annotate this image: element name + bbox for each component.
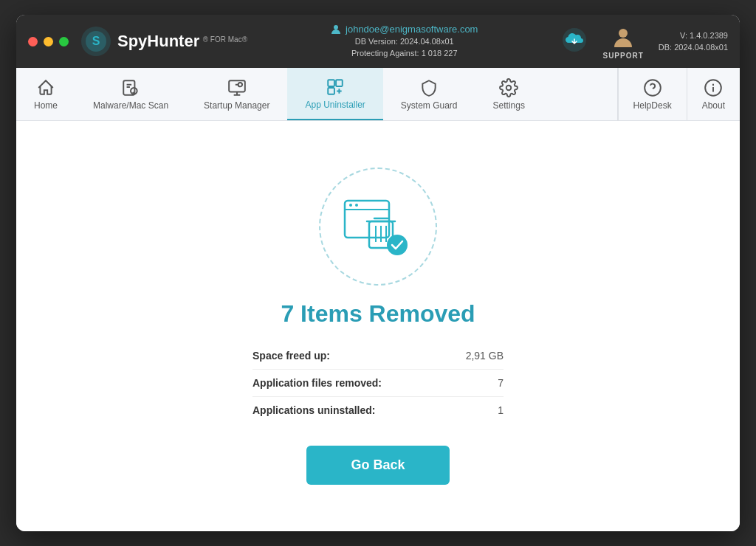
stat-label-apps: Applications uninstalled:: [252, 397, 447, 424]
stats-table: Space freed up: 2,91 GB Application file…: [252, 342, 504, 424]
db-version-label: DB Version: 2024.04.08x01: [355, 37, 454, 46]
svg-rect-14: [328, 80, 334, 86]
svg-point-3: [334, 25, 338, 30]
svg-rect-15: [336, 80, 343, 86]
nav-malware-scan[interactable]: Malware/Mac Scan: [75, 68, 186, 120]
svg-point-5: [619, 29, 628, 38]
nav-startup-label: Startup Manager: [204, 100, 269, 111]
svg-text:S: S: [92, 35, 100, 47]
stat-row-space: Space freed up: 2,91 GB: [252, 342, 504, 370]
uninstall-result-icon: [341, 193, 415, 260]
db-short-text: DB: 2024.04.08x01: [659, 41, 728, 54]
stat-row-apps: Applications uninstalled: 1: [252, 397, 504, 424]
user-icon: [331, 24, 341, 35]
nav-bar: Home Malware/Mac Scan Startup Manager: [16, 68, 740, 121]
title-bar: S SpyHunter ® FOR Mac® johndoe@enigmasof…: [16, 15, 740, 68]
close-button[interactable]: [28, 37, 38, 46]
title-center-info: johndoe@enigmasoftware.com DB Version: 2…: [331, 24, 478, 59]
svg-point-26: [355, 204, 358, 207]
result-title: 7 Items Removed: [281, 300, 475, 328]
title-right: SUPPORT V: 1.4.0.2389 DB: 2024.04.08x01: [561, 24, 728, 60]
support-icon: [610, 24, 636, 50]
logo-text: SpyHunter ® FOR Mac®: [117, 32, 247, 51]
malware-scan-icon: [121, 78, 140, 97]
nav-spacer: [543, 68, 617, 120]
stat-value-apps: 1: [447, 397, 504, 424]
nav-about[interactable]: About: [687, 68, 740, 120]
nav-helpdesk-label: HelpDesk: [633, 100, 672, 111]
nav-settings-label: Settings: [493, 100, 525, 111]
minimize-button[interactable]: [44, 37, 53, 46]
cloud-download-icon: [561, 27, 588, 53]
protecting-label: Protecting Against: 1 018 227: [351, 49, 458, 58]
svg-point-32: [387, 235, 408, 255]
nav-helpdesk[interactable]: HelpDesk: [618, 68, 687, 120]
main-content: 7 Items Removed Space freed up: 2,91 GB …: [16, 121, 740, 531]
nav-home-label: Home: [34, 100, 58, 111]
svg-point-18: [645, 80, 661, 96]
window-controls: [28, 37, 69, 46]
main-window: S SpyHunter ® FOR Mac® johndoe@enigmasof…: [16, 15, 740, 531]
spyhunter-logo-icon: S: [80, 26, 111, 57]
stat-row-files: Application files removed: 7: [252, 370, 504, 397]
version-text: V: 1.4.0.2389: [659, 30, 728, 42]
startup-icon: [227, 78, 247, 97]
download-icon[interactable]: [561, 27, 588, 56]
nav-settings[interactable]: Settings: [475, 68, 543, 120]
stat-value-space: 2,91 GB: [447, 342, 504, 370]
support-button[interactable]: SUPPORT: [602, 24, 643, 60]
support-label: SUPPORT: [602, 52, 643, 60]
logo-area: S SpyHunter ® FOR Mac®: [80, 26, 247, 57]
svg-point-25: [349, 204, 352, 207]
svg-point-13: [238, 82, 241, 86]
nav-system-guard-label: System Guard: [401, 100, 458, 111]
home-icon: [36, 78, 55, 97]
nav-about-label: About: [702, 100, 725, 111]
svg-rect-10: [229, 80, 245, 91]
nav-app-uninstaller[interactable]: App Uninstaller: [287, 68, 382, 120]
svg-point-17: [506, 85, 512, 90]
helpdesk-icon: [643, 78, 662, 97]
nav-uninstaller-label: App Uninstaller: [305, 100, 365, 110]
db-info: DB Version: 2024.04.08x01 Protecting Aga…: [351, 36, 458, 59]
email-text: johndoe@enigmasoftware.com: [346, 24, 478, 35]
version-info: V: 1.4.0.2389 DB: 2024.04.08x01: [659, 30, 728, 54]
maximize-button[interactable]: [59, 37, 69, 46]
stat-label-files: Application files removed:: [252, 370, 447, 397]
system-guard-icon: [419, 78, 439, 97]
nav-malware-label: Malware/Mac Scan: [93, 100, 168, 111]
nav-system-guard[interactable]: System Guard: [383, 68, 475, 120]
nav-home[interactable]: Home: [16, 68, 75, 120]
app-uninstaller-icon: [326, 77, 345, 97]
go-back-button[interactable]: Go Back: [306, 446, 449, 485]
nav-right: HelpDesk About: [617, 68, 740, 120]
stat-value-files: 7: [447, 370, 504, 397]
nav-startup-manager[interactable]: Startup Manager: [186, 68, 287, 120]
result-icon-circle: [319, 167, 437, 286]
svg-rect-16: [328, 88, 334, 94]
about-icon: [704, 78, 723, 97]
settings-icon: [499, 78, 518, 97]
stat-label-space: Space freed up:: [252, 342, 447, 370]
user-email: johndoe@enigmasoftware.com: [331, 24, 478, 35]
